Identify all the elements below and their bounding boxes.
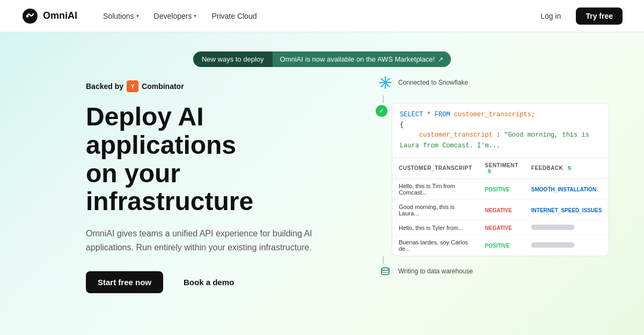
cta-buttons: Start free now Book a demo (86, 271, 333, 293)
cell-feedback (525, 220, 609, 235)
step-snowflake: Connected to Snowflake (376, 75, 601, 90)
nav-solutions[interactable]: Solutions ▾ (97, 9, 145, 24)
chevron-down-icon: ▾ (136, 13, 139, 19)
try-free-button[interactable]: Try free (576, 8, 623, 25)
feedback-bar (531, 225, 574, 230)
banner-message: OmniAI is now available on the AWS Marke… (273, 51, 451, 67)
col-feedback: FEEDBACK ⇅ (525, 158, 609, 179)
connector-line (383, 95, 384, 103)
banner-label: New ways to deploy (193, 51, 273, 67)
sql-field: customer_transcript (419, 131, 493, 139)
database-icon (378, 264, 393, 279)
cell-sentiment: NEGATIVE (479, 220, 525, 235)
cell-sentiment: NEGATIVE (479, 199, 525, 220)
svg-point-11 (389, 86, 390, 87)
cell-sentiment: POSITIVE (479, 235, 525, 256)
table-row: Buenas tardes, soy Carlos de...POSITIVE (392, 235, 609, 256)
backed-by: Backed by Y Combinator (86, 80, 333, 92)
svg-point-8 (379, 82, 381, 84)
cell-transcript: Hello, this is Tim from Comcast... (392, 178, 479, 199)
nav-links: Solutions ▾ Developers ▾ Private Cloud (97, 9, 532, 24)
sql-table: customer_transcripts; (454, 111, 535, 118)
table-row: Hello, this is Tyler from...NEGATIVE (392, 220, 609, 235)
cell-transcript: Hello, this is Tyler from... (392, 220, 479, 235)
navbar: OmniAI Solutions ▾ Developers ▾ Private … (0, 0, 644, 32)
step-check-icon: ✓ (376, 105, 387, 117)
yc-badge: Y (127, 80, 138, 92)
logo-icon (21, 8, 39, 25)
table-header-row: CUSTOMER_TRANSCRIPT SENTIMENT ⇅ FEEDBACK… (392, 158, 609, 179)
nav-developers[interactable]: Developers ▾ (148, 9, 203, 24)
table-row: Good morning, this is Laura...NEGATIVEIN… (392, 199, 609, 220)
cell-feedback (525, 235, 609, 256)
main-section: New ways to deploy OmniAI is now availab… (0, 32, 644, 335)
svg-point-6 (385, 77, 386, 78)
svg-point-1 (26, 14, 29, 17)
book-demo-button[interactable]: Book a demo (172, 271, 246, 293)
hero-title: Deploy AI applications on your infrastru… (86, 103, 333, 216)
cell-transcript: Buenas tardes, soy Carlos de... (392, 235, 479, 256)
hero-subtitle: OmniAI gives teams a unified API experie… (86, 227, 333, 254)
svg-point-0 (23, 9, 38, 24)
table-row: Hello, this is Tim from Comcast...POSITI… (392, 178, 609, 199)
chevron-down-icon: ▾ (194, 13, 196, 19)
logo[interactable]: OmniAI (21, 8, 77, 25)
svg-point-9 (390, 82, 392, 84)
col-sentiment: SENTIMENT ⇅ (479, 158, 525, 179)
cell-sentiment: POSITIVE (479, 178, 525, 199)
svg-point-7 (385, 87, 386, 89)
cell-feedback: INTERNET_SPEED_ISSUES (525, 199, 609, 220)
announcement-banner[interactable]: New ways to deploy OmniAI is now availab… (193, 51, 451, 67)
nav-right: Log in Try free (532, 8, 623, 25)
demo-panel: Connected to Snowflake ✓ SELECT * FROM c… (376, 75, 601, 284)
start-free-button[interactable]: Start free now (86, 271, 163, 293)
logo-text: OmniAI (43, 10, 77, 21)
svg-point-12 (380, 86, 382, 87)
snowflake-icon (378, 75, 393, 90)
step-db: Writing to data warehouse (376, 264, 601, 279)
sql-keyword: SELECT (400, 111, 423, 118)
results-table: CUSTOMER_TRANSCRIPT SENTIMENT ⇅ FEEDBACK… (392, 158, 609, 256)
code-block: SELECT * FROM customer_transcripts; { cu… (392, 103, 609, 158)
hero-content: Backed by Y Combinator Deploy AI applica… (86, 80, 333, 293)
cell-feedback: SMOOTH_INSTALLATION (525, 178, 609, 199)
col-transcript: CUSTOMER_TRANSCRIPT (392, 158, 479, 179)
sql-from: FROM (435, 111, 450, 118)
svg-point-14 (382, 267, 389, 270)
step3-label: Writing to data warehouse (398, 267, 473, 275)
cell-transcript: Good morning, this is Laura... (392, 199, 479, 220)
svg-point-13 (389, 78, 390, 79)
step1-label: Connected to Snowflake (398, 79, 468, 86)
nav-private-cloud[interactable]: Private Cloud (205, 9, 263, 24)
login-button[interactable]: Log in (532, 8, 569, 24)
svg-point-10 (380, 78, 382, 79)
external-link-icon: ↗ (438, 56, 443, 63)
connector-line-2 (383, 256, 384, 264)
sort-icon: ⇅ (487, 169, 492, 174)
feedback-bar (531, 242, 574, 248)
sort-icon-2: ⇅ (567, 166, 572, 171)
